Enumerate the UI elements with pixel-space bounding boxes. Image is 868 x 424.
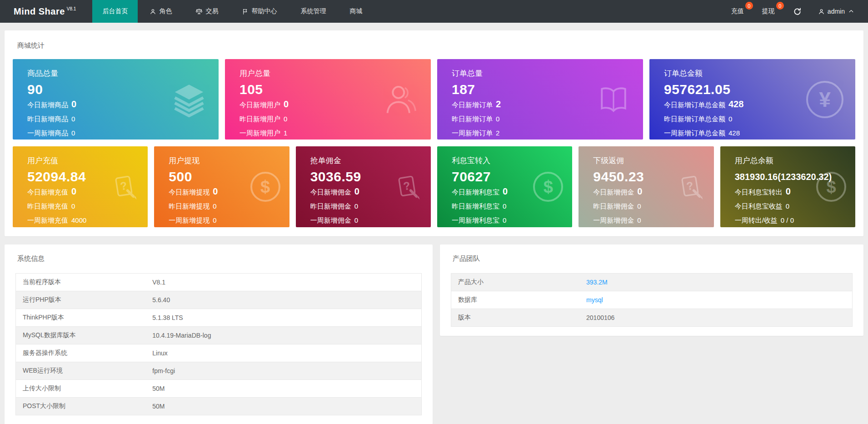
card-interest-in-line: 一周新增利息宝0 xyxy=(452,213,572,227)
refresh-icon[interactable] xyxy=(793,7,802,16)
line-label: 昨日新增用户 xyxy=(239,115,280,123)
card-orders-total-line: 一周新增订单2 xyxy=(452,126,643,140)
line-label: 昨日新增提现 xyxy=(169,202,210,210)
nav-trade[interactable]: 交易 xyxy=(186,0,227,23)
line-value: 0 xyxy=(71,115,75,123)
line-value: 0 xyxy=(71,129,75,137)
line-value: 0 xyxy=(213,216,216,224)
line-label: 昨日新增佣金 xyxy=(593,202,634,210)
line-value: 428 xyxy=(728,129,740,137)
card-sub-rebate-title: 下级返佣 xyxy=(593,155,713,166)
line-value: 0 xyxy=(213,186,218,196)
row-label: WEB运行环境 xyxy=(16,362,146,380)
card-sub-rebate-line: 今日新增佣金0 xyxy=(593,185,713,199)
nav-system[interactable]: 系统管理 xyxy=(291,0,335,23)
brand-name: Mind Share xyxy=(14,6,65,17)
line-label: 一周新增充值 xyxy=(27,216,68,224)
line-label: 一周新增订单总金额 xyxy=(664,129,725,137)
brand-logo: Mind Share V8.1 xyxy=(0,0,92,23)
card-goods-total-line: 今日新增商品0 xyxy=(27,97,219,112)
nav-help[interactable]: 帮助中心 xyxy=(233,0,286,23)
card-users-total-line: 昨日新增用户0 xyxy=(239,112,431,126)
nav-mall[interactable]: 商城 xyxy=(340,0,371,23)
product-team-table: 产品大小393.2M数据库mysql版本20100106 xyxy=(451,273,853,327)
card-users-total-line: 今日新增用户0 xyxy=(239,97,431,112)
nav-roles[interactable]: 角色 xyxy=(140,0,181,23)
card-order-amount-line: 一周新增订单总金额428 xyxy=(664,126,855,140)
card-sub-rebate-value: 9450.23 xyxy=(593,169,713,185)
scales-icon xyxy=(195,8,203,15)
flag-icon xyxy=(242,8,249,15)
table-row: POST大小限制50M xyxy=(16,398,422,415)
card-user-balance: 用户总余额381930.16(1233620.32)今日利息宝转出0今日利息宝收… xyxy=(720,146,855,227)
stats-cards-row1: 商品总量90今日新增商品0昨日新增商品0一周新增商品0 用户总量105今日新增用… xyxy=(13,59,855,140)
line-label: 一周新增用户 xyxy=(239,129,280,137)
line-value: 0 xyxy=(284,99,289,109)
card-interest-in-line: 昨日新增利息宝0 xyxy=(452,199,572,213)
line-value: 0 xyxy=(728,115,732,123)
table-row: 上传大小限制50M xyxy=(16,380,422,398)
nav-trade-label: 交易 xyxy=(205,7,218,15)
brand-version: V8.1 xyxy=(67,6,76,11)
table-row: 当前程序版本V8.1 xyxy=(16,274,422,291)
line-value: 2 xyxy=(496,99,501,109)
row-label: 产品大小 xyxy=(451,274,580,291)
withdraw-button[interactable]: 提现0 xyxy=(758,7,778,15)
bottom-section: 系统信息 当前程序版本V8.1运行PHP版本5.6.40ThinkPHP版本5.… xyxy=(5,244,863,424)
nav-home[interactable]: 后台首页 xyxy=(92,0,138,23)
card-order-commission-title: 抢单佣金 xyxy=(310,155,431,166)
line-value: 0 xyxy=(637,202,641,210)
row-value-link[interactable]: mysql xyxy=(586,296,603,304)
row-value-link[interactable]: 393.2M xyxy=(586,279,608,286)
withdraw-badge: 0 xyxy=(776,2,784,10)
row-value: Linux xyxy=(145,344,421,362)
recharge-button[interactable]: 充值0 xyxy=(728,7,748,15)
card-user-recharge-title: 用户充值 xyxy=(27,155,148,166)
line-label: 昨日新增佣金 xyxy=(310,202,351,210)
product-team-panel: 产品团队 产品大小393.2M数据库mysql版本20100106 xyxy=(440,244,863,336)
card-goods-total: 商品总量90今日新增商品0昨日新增商品0一周新增商品0 xyxy=(13,59,219,140)
card-sub-rebate: 下级返佣9450.23今日新增佣金0昨日新增佣金0一周新增佣金0 ? xyxy=(579,146,713,227)
user-menu[interactable]: admin xyxy=(818,8,854,15)
line-value: 0 / 0 xyxy=(781,216,794,224)
line-label: 一周新增佣金 xyxy=(310,216,351,224)
card-goods-total-line: 昨日新增商品0 xyxy=(27,112,219,126)
row-value-cell: 393.2M xyxy=(579,274,852,291)
nav-mall-label: 商城 xyxy=(349,7,362,15)
line-value: 0 xyxy=(354,216,358,224)
table-row: 产品大小393.2M xyxy=(451,274,853,291)
recharge-label: 充值 xyxy=(731,7,744,15)
line-label: 昨日新增利息宝 xyxy=(452,202,499,210)
card-order-amount-value: 957621.05 xyxy=(664,82,855,97)
card-user-withdraw-value: 500 xyxy=(169,169,289,185)
nav-help-label: 帮助中心 xyxy=(251,7,277,15)
line-label: 昨日新增充值 xyxy=(27,202,68,210)
row-value: 5.6.40 xyxy=(145,291,421,309)
line-value: 0 xyxy=(503,186,508,196)
system-info-panel: 系统信息 当前程序版本V8.1运行PHP版本5.6.40ThinkPHP版本5.… xyxy=(5,244,433,424)
card-order-amount: 订单总金额957621.05今日新增订单总金额428昨日新增订单总金额0一周新增… xyxy=(649,59,855,140)
card-order-amount-title: 订单总金额 xyxy=(664,68,855,79)
table-row: 服务器操作系统Linux xyxy=(16,344,422,362)
line-value: 2 xyxy=(496,129,499,137)
card-order-amount-line: 昨日新增订单总金额0 xyxy=(664,112,855,126)
line-value: 0 xyxy=(786,186,791,196)
product-team-title: 产品团队 xyxy=(453,254,853,263)
line-label: 昨日新增商品 xyxy=(27,115,68,123)
card-order-commission-line: 昨日新增佣金0 xyxy=(310,199,431,213)
card-interest-in-title: 利息宝转入 xyxy=(452,155,572,166)
card-user-withdraw-line: 昨日新增提现0 xyxy=(169,199,289,213)
line-value: 0 xyxy=(503,202,506,210)
card-user-balance-title: 用户总余额 xyxy=(735,155,855,166)
nav-actions: 充值0提现0 xyxy=(722,7,784,15)
line-value: 0 xyxy=(496,115,499,123)
line-value: 0 xyxy=(637,216,641,224)
line-label: 一周新增提现 xyxy=(169,216,210,224)
card-sub-rebate-line: 昨日新增佣金0 xyxy=(593,199,713,213)
line-label: 今日利息宝转出 xyxy=(735,188,783,196)
table-row: MySQL数据库版本10.4.19-MariaDB-log xyxy=(16,327,422,344)
card-user-balance-line: 今日利息宝收益0 xyxy=(735,199,855,213)
line-label: 今日新增用户 xyxy=(239,101,280,109)
line-value: 0 xyxy=(71,186,76,196)
card-users-total-title: 用户总量 xyxy=(239,68,431,79)
